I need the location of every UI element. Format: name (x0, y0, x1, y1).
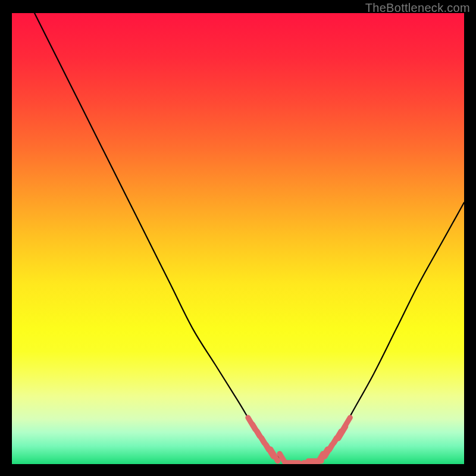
marker-dash (343, 418, 350, 430)
chart-frame: TheBottleneck.com (0, 0, 476, 476)
bottleneck-curve (35, 13, 464, 464)
plot-area (12, 13, 464, 464)
marker-dash (271, 449, 278, 461)
highlight-markers (248, 418, 350, 464)
curve-layer (12, 13, 464, 464)
